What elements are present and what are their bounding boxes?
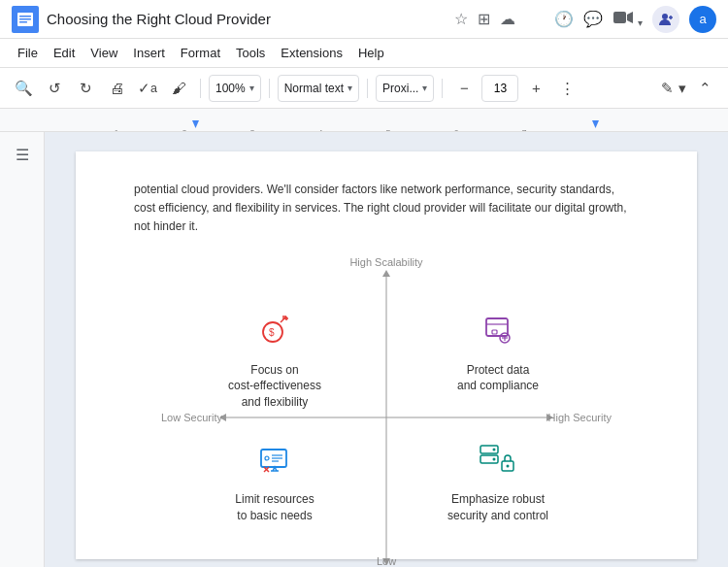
cost-icon: $ (212, 311, 338, 356)
print-button[interactable]: 🖨 (103, 75, 130, 102)
paint-format-button[interactable]: 🖌 (165, 75, 192, 102)
more-options-button[interactable]: ⋮ (553, 75, 580, 102)
spellcheck-button[interactable]: ✓a (134, 75, 161, 102)
body-text: potential cloud providers. We'll conside… (134, 181, 639, 237)
sidebar: ☰ (0, 132, 45, 567)
chart-container: High Scalability LowScalability Low Secu… (134, 252, 639, 567)
low-security-label: Low Security (161, 412, 222, 423)
zoom-arrow: ▾ (249, 83, 254, 93)
svg-text:5: 5 (385, 128, 390, 133)
menu-help[interactable]: Help (352, 44, 390, 62)
meet-icon[interactable]: ▾ (612, 9, 643, 30)
font-size-box (481, 75, 518, 102)
cloud-icon[interactable]: ☁ (500, 10, 515, 28)
q2-text: Protect dataand compliance (435, 362, 561, 395)
quadrant-item-q3: Limit resourcesto basic needs (212, 440, 338, 524)
q3-text: Limit resourcesto basic needs (212, 491, 338, 524)
menu-extensions[interactable]: Extensions (275, 44, 348, 62)
arrow-up (382, 270, 390, 277)
svg-marker-6 (627, 12, 633, 23)
comment-icon[interactable]: 💬 (583, 10, 603, 28)
undo-button[interactable]: ↺ (41, 75, 68, 102)
menu-view[interactable]: View (84, 44, 123, 62)
toolbar: 🔍 ↺ ↻ 🖨 ✓a 🖌 100% ▾ Normal text ▾ Proxi.… (0, 68, 728, 109)
svg-rect-2 (19, 16, 31, 17)
svg-point-41 (493, 448, 496, 450)
add-person-icon[interactable] (652, 6, 679, 33)
outline-icon[interactable]: ☰ (8, 140, 37, 169)
menu-tools[interactable]: Tools (230, 44, 271, 62)
ruler: 1 2 3 4 5 6 7 (0, 109, 728, 132)
svg-text:3: 3 (249, 128, 254, 133)
document-area[interactable]: potential cloud providers. We'll conside… (45, 132, 728, 567)
separator-3 (367, 79, 368, 98)
menu-bar: File Edit View Insert Format Tools Exten… (0, 39, 728, 68)
svg-marker-10 (192, 120, 199, 128)
menu-format[interactable]: Format (175, 44, 226, 62)
svg-line-21 (281, 317, 286, 322)
high-security-label: High Security (548, 412, 612, 423)
redo-button[interactable]: ↻ (72, 75, 99, 102)
limit-icon (212, 440, 338, 485)
main-area: ☰ potential cloud providers. We'll consi… (0, 132, 728, 567)
menu-edit[interactable]: Edit (48, 44, 81, 62)
quadrant-item-q2: Protect dataand compliance (435, 311, 561, 395)
menu-file[interactable]: File (12, 44, 44, 62)
style-arrow: ▾ (347, 83, 352, 93)
docs-icon (12, 6, 39, 33)
svg-text:$: $ (269, 327, 275, 338)
separator-4 (442, 79, 443, 98)
protect-icon (435, 311, 561, 356)
svg-point-42 (493, 457, 496, 460)
user-avatar[interactable]: a (689, 6, 716, 33)
title-actions: ☆ ⊞ ☁ 🕐 💬 ▾ a (454, 6, 716, 33)
svg-text:6: 6 (453, 128, 458, 133)
svg-text:1: 1 (114, 128, 118, 133)
svg-point-32 (265, 456, 269, 460)
q4-text: Emphasize robustsecurity and control (435, 491, 561, 524)
font-arrow: ▾ (422, 83, 427, 93)
separator-2 (269, 79, 270, 98)
q1-text: Focus oncost-effectivenessand flexibilit… (212, 362, 338, 411)
robust-icon (435, 440, 561, 485)
decrease-font-button[interactable]: − (450, 75, 478, 102)
ruler-svg: 1 2 3 4 5 6 7 (49, 120, 728, 133)
svg-rect-5 (613, 12, 626, 23)
font-size-input[interactable] (486, 82, 513, 95)
svg-text:2: 2 (182, 128, 186, 133)
svg-text:4: 4 (317, 128, 322, 133)
svg-rect-3 (19, 18, 31, 20)
svg-rect-27 (492, 330, 497, 334)
vertical-axis (386, 272, 387, 563)
document-title: Choosing the Right Cloud Provider (47, 11, 454, 27)
edit-mode-button[interactable]: ✎ ▾ (660, 75, 687, 102)
quadrant-item-q4: Emphasize robustsecurity and control (435, 440, 561, 524)
star-icon[interactable]: ☆ (454, 10, 468, 28)
svg-marker-11 (592, 120, 599, 128)
svg-rect-4 (19, 21, 27, 23)
history-icon[interactable]: 🕐 (554, 10, 574, 28)
menu-insert[interactable]: Insert (127, 44, 171, 62)
quadrant-chart: High Scalability LowScalability Low Secu… (153, 252, 619, 567)
high-scalability-label: High Scalability (349, 256, 422, 268)
increase-font-button[interactable]: + (522, 75, 549, 102)
zoom-select[interactable]: 100% ▾ (209, 75, 261, 102)
low-scalability-label: LowScalability (362, 555, 411, 567)
document-page: potential cloud providers. We'll conside… (76, 151, 697, 559)
separator-1 (200, 79, 201, 98)
svg-point-7 (662, 14, 668, 19)
svg-text:7: 7 (521, 128, 526, 133)
font-family-select[interactable]: Proxi... ▾ (376, 75, 434, 102)
toolbar-right: ✎ ▾ ⌃ (660, 75, 718, 102)
search-button[interactable]: 🔍 (10, 75, 37, 102)
title-bar: Choosing the Right Cloud Provider ☆ ⊞ ☁ … (0, 0, 728, 39)
text-style-select[interactable]: Normal text ▾ (278, 75, 359, 102)
folder-icon[interactable]: ⊞ (478, 10, 490, 28)
collapse-toolbar-button[interactable]: ⌃ (691, 75, 718, 102)
svg-point-44 (507, 464, 510, 467)
quadrant-item-q1: $ Focus oncost-effectivenessand flexibil… (212, 311, 338, 411)
